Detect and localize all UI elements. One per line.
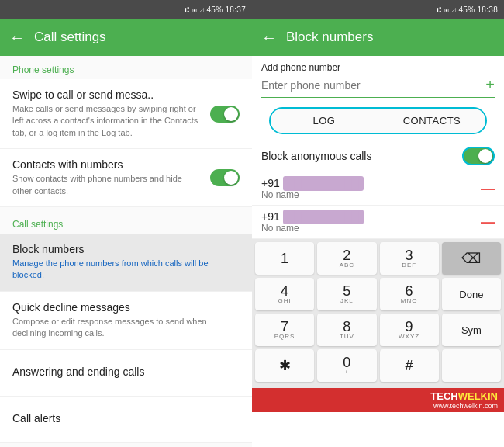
contacts-with-numbers-title: Contacts with numbers [12, 158, 201, 171]
phone-settings-label: Phone settings [12, 64, 74, 75]
key-9[interactable]: 9WXYZ [380, 314, 439, 346]
block-numbers-desc: Manage the phone numbers from which call… [12, 258, 230, 282]
block-anonymous-label: Block anonymous calls [261, 150, 371, 162]
done-key[interactable]: Done [442, 278, 501, 310]
block-anonymous-toggle[interactable] [462, 147, 495, 165]
key-8[interactable]: 8TUV [317, 314, 376, 346]
key-6[interactable]: 6MNO [380, 278, 439, 310]
key-hash[interactable]: # [380, 349, 439, 382]
swipe-to-call-desc: Make calls or send messages by swiping r… [12, 103, 201, 139]
key-2[interactable]: 2ABC [317, 242, 376, 275]
techwelkin-url: www.techwelkin.com [433, 402, 498, 410]
left-status-icons: ⑆ ▣ ⊿ 45% 18:37 [185, 5, 246, 14]
key-empty [442, 349, 501, 382]
block-numbers-text: Block numbers Manage the phone numbers f… [12, 243, 230, 282]
call-alerts-text: Call alerts [12, 412, 230, 427]
log-button[interactable]: LOG [271, 109, 378, 133]
left-panel: ⑆ ▣ ⊿ 45% 18:37 ← Call settings Phone se… [0, 0, 252, 447]
key-1[interactable]: 1 [255, 242, 314, 275]
keypad-row-3: 7PQRS 8TUV 9WXYZ Sym [255, 314, 501, 346]
call-alerts-item[interactable]: Call alerts [0, 397, 252, 443]
block-numbers-title: Block numbers [12, 243, 230, 255]
call-alerts-title: Call alerts [12, 412, 230, 424]
answering-ending-title: Answering and ending calls [12, 366, 230, 378]
answering-ending-text: Answering and ending calls [12, 366, 230, 380]
remove-number-1-button[interactable]: — [481, 181, 495, 197]
left-status-bar: ⑆ ▣ ⊿ 45% 18:37 [0, 0, 252, 19]
right-top-bar-title: Block numbers [286, 29, 373, 45]
keypad-row-1: 1 2ABC 3DEF ⌫ [255, 242, 501, 275]
quick-decline-item[interactable]: Quick decline messages Compose or edit r… [0, 292, 252, 350]
keypad-row-4: ✱ 0+ # [255, 349, 501, 382]
key-3[interactable]: 3DEF [380, 242, 439, 275]
add-phone-row: + [261, 76, 495, 98]
left-settings-content: Phone settings Swipe to call or send mes… [0, 56, 252, 447]
keypad: 1 2ABC 3DEF ⌫ 4GHI 5JKL 6MNO Done 7PQRS … [252, 239, 504, 388]
contacts-with-numbers-toggle[interactable] [210, 169, 240, 186]
keypad-row-2: 4GHI 5JKL 6MNO Done [255, 278, 501, 310]
quick-decline-desc: Compose or edit response messages to sen… [12, 316, 230, 340]
left-back-button[interactable]: ← [9, 29, 25, 47]
add-phone-section: Add phone number + [252, 56, 504, 101]
right-status-bar: ⑆ ▣ ⊿ 45% 18:38 [252, 0, 504, 19]
blocked-prefix-2: +91 [261, 210, 280, 223]
call-settings-section: Call settings [0, 210, 252, 234]
contacts-with-numbers-text: Contacts with numbers Show contacts with… [12, 158, 201, 197]
log-contacts-container: LOG CONTACTS [260, 101, 496, 140]
left-top-bar-title: Call settings [34, 29, 106, 45]
blocked-number-1-name: No name [261, 189, 364, 200]
key-5[interactable]: 5JKL [317, 278, 376, 310]
call-settings-label: Call settings [12, 219, 63, 230]
left-top-bar: ← Call settings [0, 19, 252, 56]
key-0[interactable]: 0+ [317, 349, 376, 382]
right-top-bar: ← Block numbers [252, 19, 504, 56]
right-back-button[interactable]: ← [261, 29, 277, 47]
delete-key[interactable]: ⌫ [442, 242, 501, 275]
key-4[interactable]: 4GHI [255, 278, 314, 310]
add-phone-label: Add phone number [261, 62, 495, 73]
blocked-number-2: +91 ██████████ No name — [252, 206, 504, 239]
blocked-number-2-value: +91 ██████████ [261, 210, 364, 223]
phone-settings-section: Phone settings [0, 56, 252, 79]
quick-decline-text: Quick decline messages Compose or edit r… [12, 301, 230, 340]
right-content: Add phone number + LOG CONTACTS Block an… [252, 56, 504, 447]
blocked-number-2-name: No name [261, 223, 364, 234]
key-star[interactable]: ✱ [255, 349, 314, 382]
answering-ending-item[interactable]: Answering and ending calls [0, 350, 252, 397]
blocked-prefix-1: +91 [261, 177, 280, 189]
swipe-to-call-text: Swipe to call or send messa.. Make calls… [12, 88, 201, 139]
swipe-to-call-title: Swipe to call or send messa.. [12, 88, 201, 101]
block-anonymous-row: Block anonymous calls [252, 140, 504, 172]
techwelkin-brand: TECHWELKIN [430, 390, 498, 402]
right-status-icons: ⑆ ▣ ⊿ 45% 18:38 [437, 5, 498, 14]
key-7[interactable]: 7PQRS [255, 314, 314, 346]
swipe-to-call-toggle[interactable] [210, 106, 240, 123]
phone-number-input[interactable] [261, 79, 485, 92]
blocked-number-1-text: +91 ██████████ No name [261, 177, 364, 200]
block-numbers-item[interactable]: Block numbers Manage the phone numbers f… [0, 234, 252, 292]
remove-number-2-button[interactable]: — [481, 214, 495, 230]
techwelkin-bar: TECHWELKIN www.techwelkin.com [252, 388, 504, 412]
blocked-number-2-text: +91 ██████████ No name [261, 210, 364, 234]
log-contacts-row: LOG CONTACTS [269, 107, 487, 134]
sym-key[interactable]: Sym [442, 314, 501, 346]
contacts-with-numbers-item[interactable]: Contacts with numbers Show contacts with… [0, 149, 252, 207]
blocked-number-1: +91 ██████████ No name — [252, 172, 504, 206]
contacts-button[interactable]: CONTACTS [378, 109, 485, 133]
contacts-with-numbers-desc: Show contacts with phone numbers and hid… [12, 173, 201, 197]
swipe-to-call-item[interactable]: Swipe to call or send messa.. Make calls… [0, 79, 252, 149]
add-phone-icon[interactable]: + [485, 76, 495, 94]
blocked-number-1-value: +91 ██████████ [261, 177, 364, 189]
quick-decline-title: Quick decline messages [12, 301, 230, 314]
right-panel: ⑆ ▣ ⊿ 45% 18:38 ← Block numbers Add phon… [252, 0, 504, 447]
